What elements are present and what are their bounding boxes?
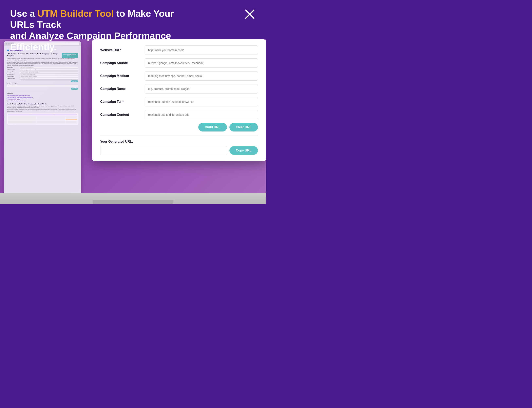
browser-mockup: utmbuilder.com 🔷 utmbuilder.com FREE UTM…	[4, 41, 81, 194]
label-campaign-content: Campaign Content	[100, 113, 141, 117]
browser-contents-item-4: • How to Use UTMs to Generate attributio…	[7, 100, 78, 102]
browser-table-row-4-c3	[66, 121, 77, 122]
generated-url-input[interactable]	[100, 146, 227, 155]
browser-input-6: (optional) use to differentiate ads	[20, 78, 78, 80]
browser-table-row-1	[8, 116, 77, 117]
browser-table-cell-3	[54, 114, 77, 115]
laptop-notch	[93, 200, 174, 204]
browser-label-3: Campaign Medium	[7, 71, 19, 73]
browser-table-cell-1	[8, 114, 31, 115]
browser-table-row-2-c3	[66, 117, 77, 119]
browser-contents-item-1: • How to create a tracking link using th…	[7, 95, 78, 96]
title-highlight: UTM Builder Tool	[38, 8, 114, 19]
browser-table-row-4	[8, 121, 77, 122]
input-campaign-term[interactable]	[145, 97, 258, 106]
title-line2: and Analyze Campaign Performance Efficie…	[10, 31, 171, 52]
close-button-wrap[interactable]	[244, 8, 256, 20]
input-campaign-name[interactable]	[145, 84, 258, 94]
clear-url-button[interactable]: Clear URL	[229, 123, 258, 131]
browser-section-p2: Not sure what to add to each empty field…	[7, 109, 78, 112]
browser-table-row-1-c3	[66, 116, 77, 117]
title-part1: Use a	[10, 8, 38, 19]
browser-table-row-2-c2	[37, 117, 65, 119]
browser-input-5: (optional) Identify the paid keywords	[20, 76, 78, 77]
browser-label-2: Campaign Source	[7, 69, 19, 70]
browser-label-5: Campaign Term	[7, 76, 19, 77]
browser-table-row-5-c2	[37, 122, 65, 123]
browser-table-row-2	[8, 117, 77, 119]
browser-field-row-5: Campaign Term (optional) Identify the pa…	[7, 76, 78, 77]
browser-input-2: referrer: google, emailnewsletter2, ne..…	[20, 69, 78, 71]
browser-input-1: http://www.yourdomain.com/	[20, 67, 78, 68]
browser-field-row-3: Campaign Medium marking medium: cpc, ban…	[7, 71, 78, 73]
input-campaign-content[interactable]	[145, 110, 258, 119]
browser-field-row-6: Campaign Content (optional) use to diffe…	[7, 78, 78, 80]
browser-label-4: Campaign Name	[7, 74, 19, 75]
label-campaign-source: Campaign Source	[100, 61, 141, 65]
btn-row-build-clear: Build URL Clear URL	[100, 123, 258, 131]
browser-table-row-3-c2	[37, 119, 65, 120]
generated-url-section: Your Generated URL: Copy URL	[100, 136, 258, 155]
browser-table-row-1-c1	[8, 116, 36, 117]
browser-table-row-1-c2	[37, 116, 65, 117]
browser-table-row-3-c3	[66, 119, 77, 120]
input-campaign-medium[interactable]	[145, 71, 258, 81]
browser-section-p1: The UTM builder makes it quick and easy …	[7, 105, 78, 109]
browser-contents-title: Contents	[7, 92, 78, 94]
browser-table-area	[7, 113, 78, 125]
input-campaign-source[interactable]	[145, 58, 258, 68]
close-button[interactable]	[244, 8, 256, 20]
browser-label-1: Website URL*	[7, 67, 19, 68]
browser-input-3: marking medium: cpc, banner, email, co..…	[20, 71, 78, 73]
label-campaign-term: Campaign Term	[100, 100, 141, 104]
laptop-bezel	[0, 193, 266, 204]
label-campaign-name: Campaign Name	[100, 87, 141, 91]
browser-table-cell-2	[31, 114, 54, 115]
screen-area: utmbuilder.com 🔷 utmbuilder.com FREE UTM…	[0, 39, 266, 194]
browser-table-row-5	[8, 122, 77, 123]
browser-table-row-4-c1	[8, 121, 36, 122]
browser-table-row-5-c3	[66, 122, 77, 123]
browser-table-row-4-c2	[37, 121, 65, 122]
copy-url-button[interactable]: Copy URL	[229, 146, 258, 155]
browser-contents-item-2: • How to Format your data for Google Ana…	[7, 97, 78, 98]
browser-table-row-2-c1	[8, 117, 36, 119]
form-row-source: Campaign Source	[100, 58, 258, 68]
browser-field-row-2: Campaign Source referrer: google, emailn…	[7, 69, 78, 71]
browser-copy-btn[interactable]: Copy URL	[71, 88, 78, 90]
browser-table-header	[8, 114, 77, 115]
form-row-medium: Campaign Medium	[100, 71, 258, 81]
form-row-content: Campaign Content	[100, 110, 258, 119]
browser-contents-item-3: • UTM Naming Best Practices	[7, 99, 78, 100]
browser-desc2: Fill out the required fields marked with…	[7, 62, 78, 66]
form-row-name: Campaign Name	[100, 84, 258, 94]
generated-url-label: Your Generated URL:	[100, 140, 258, 143]
browser-generated-label: Your Generated URL:	[7, 83, 78, 85]
page-title: Use a UTM Builder Tool to Make Your URLs…	[10, 8, 192, 53]
header-section: Use a UTM Builder Tool to Make Your URLs…	[0, 0, 266, 59]
browser-label-6: Campaign Content	[7, 78, 19, 79]
browser-table-row-3-c1	[8, 119, 36, 120]
main-container: Use a UTM Builder Tool to Make Your URLs…	[0, 0, 266, 204]
browser-build-btn[interactable]: Build URL	[71, 80, 78, 82]
browser-generated-input	[7, 85, 78, 87]
generated-row: Copy URL	[100, 146, 258, 155]
build-url-button[interactable]: Build URL	[198, 123, 227, 131]
close-icon	[245, 9, 255, 19]
browser-btn-row: Build URL	[7, 80, 78, 82]
browser-input-4: e.g. product, promo-code, slogan	[20, 74, 78, 75]
browser-copy-row: Copy URL	[7, 88, 78, 90]
browser-field-row-4: Campaign Name e.g. product, promo-code, …	[7, 74, 78, 75]
browser-table-row-5-c1	[8, 122, 36, 123]
form-row-term: Campaign Term	[100, 97, 258, 106]
browser-contents-section: Contents • How to create a tracking link…	[7, 91, 78, 125]
browser-field-row-1: Website URL* http://www.yourdomain.com/	[7, 67, 78, 68]
label-campaign-medium: Campaign Medium	[100, 74, 141, 78]
browser-section-title: How to Create a UTM Tracking Link Using …	[7, 103, 78, 105]
browser-table-row-3	[8, 119, 77, 120]
